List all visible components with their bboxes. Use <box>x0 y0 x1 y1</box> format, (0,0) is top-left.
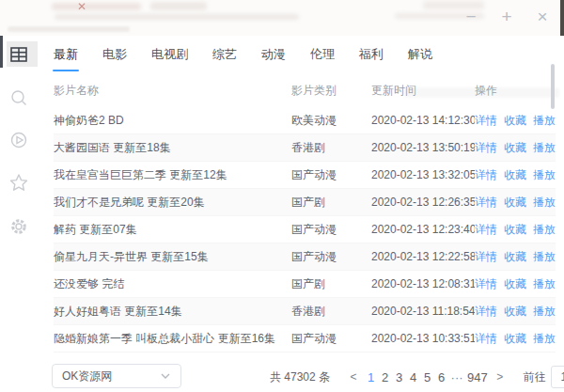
sidebar <box>0 36 38 392</box>
column-header-title: 影片名称 <box>54 83 291 99</box>
background-artifact <box>52 3 141 10</box>
detail-link[interactable]: 详情 <box>475 332 497 345</box>
column-header-actions: 操作 <box>475 83 556 99</box>
tab-commentary[interactable]: 解说 <box>408 46 432 63</box>
prev-page-icon[interactable]: < <box>347 370 360 384</box>
movie-title: 神偷奶爸2 BD <box>54 113 291 129</box>
source-select[interactable]: OK资源网 <box>52 364 181 388</box>
detail-link[interactable]: 详情 <box>475 141 497 154</box>
movie-title: 我在皇宫当巨巨第二季 更新至12集 <box>54 167 291 183</box>
tab-movies[interactable]: 电影 <box>102 46 127 63</box>
favorite-link[interactable]: 收藏 <box>504 332 526 345</box>
close-icon[interactable]: × <box>534 6 551 28</box>
page-number-6[interactable]: 6 <box>436 370 446 384</box>
favorite-link[interactable]: 收藏 <box>504 250 526 263</box>
sidebar-item-playing[interactable] <box>0 127 38 153</box>
video-library-icon <box>9 46 28 63</box>
window-controls: − + × <box>462 6 551 28</box>
background-artifact <box>8 26 130 32</box>
movie-category: 国产剧 <box>291 276 371 292</box>
tab-ethics[interactable]: 伦理 <box>310 46 335 63</box>
movie-category: 欧美动漫 <box>291 113 371 129</box>
star-icon <box>8 173 29 193</box>
page-number-5[interactable]: 5 <box>422 370 432 384</box>
page-number-947[interactable]: 947 <box>467 370 488 384</box>
table-row[interactable]: 偷星九月天-异世界 更新至15集 国产动漫 2020-02-13 12:22:5… <box>54 243 556 271</box>
play-link[interactable]: 播放 <box>533 141 556 154</box>
app-window: 最新 电影 电视剧 综艺 动漫 伦理 福利 解说 影片名称 影片类别 更新时间 … <box>0 36 564 392</box>
detail-link[interactable]: 详情 <box>475 305 497 318</box>
detail-link[interactable]: 详情 <box>475 114 497 127</box>
table-row[interactable]: 好人好姐粤语 更新至14集 香港剧 2020-02-13 11:18:54 详情… <box>54 298 556 325</box>
background-artifact <box>150 2 207 10</box>
minimize-icon[interactable]: − <box>462 6 479 28</box>
favorite-link[interactable]: 收藏 <box>504 196 526 209</box>
movie-updated: 2020-02-13 10:33:51 <box>371 332 475 345</box>
movie-title: 解药 更新至07集 <box>54 222 291 238</box>
chevron-down-icon <box>160 372 171 380</box>
play-link[interactable]: 播放 <box>533 223 556 236</box>
play-link[interactable]: 播放 <box>533 168 556 181</box>
background-page-edge <box>560 0 564 39</box>
detail-link[interactable]: 详情 <box>475 250 497 263</box>
sidebar-item-settings[interactable] <box>0 213 38 240</box>
table-row[interactable]: 神偷奶爸2 BD 欧美动漫 2020-02-13 14:12:30 详情收藏播放 <box>54 107 556 134</box>
favorite-link[interactable]: 收藏 <box>504 114 526 127</box>
detail-link[interactable]: 详情 <box>475 277 497 290</box>
detail-link[interactable]: 详情 <box>475 196 497 209</box>
table-row[interactable]: 还没爱够 完结 国产剧 2020-02-13 12:08:31 详情收藏播放 <box>54 271 556 298</box>
sidebar-item-favorites[interactable] <box>0 169 38 196</box>
movie-category: 国产动漫 <box>291 222 371 238</box>
play-link[interactable]: 播放 <box>533 250 556 263</box>
movie-title: 大酱园国语 更新至18集 <box>54 140 291 156</box>
detail-link[interactable]: 详情 <box>475 168 497 181</box>
source-select-value: OK资源网 <box>62 368 112 384</box>
favorite-link[interactable]: 收藏 <box>504 305 526 318</box>
tab-anime[interactable]: 动漫 <box>261 46 286 63</box>
page-number-1[interactable]: 1 <box>366 370 376 384</box>
movie-updated: 2020-02-13 12:23:40 <box>371 223 475 236</box>
play-link[interactable]: 播放 <box>533 332 556 345</box>
goto-page-label: 前往 <box>524 369 546 385</box>
play-link[interactable]: 播放 <box>533 305 556 318</box>
sidebar-item-search[interactable] <box>0 85 38 111</box>
scrollbar-thumb[interactable] <box>551 64 555 109</box>
tab-welfare[interactable]: 福利 <box>359 46 384 63</box>
table-row[interactable]: 大酱园国语 更新至18集 香港剧 2020-02-13 13:50:19 详情收… <box>54 134 556 162</box>
column-header-category: 影片类别 <box>291 83 371 99</box>
tab-latest[interactable]: 最新 <box>54 46 78 63</box>
page-number-2[interactable]: 2 <box>380 370 390 384</box>
main-content: 最新 电影 电视剧 综艺 动漫 伦理 福利 解说 影片名称 影片类别 更新时间 … <box>38 36 564 392</box>
next-page-icon[interactable]: > <box>494 370 507 384</box>
movie-title: 偷星九月天-异世界 更新至15集 <box>54 249 291 265</box>
background-artifact <box>55 14 299 20</box>
sidebar-item-video-library[interactable] <box>0 41 38 68</box>
maximize-icon[interactable]: + <box>498 6 515 28</box>
pagination: 共 47302 条 < 1 2 3 4 5 6 ··· 947 > 前往 页 <box>270 365 564 389</box>
detail-link[interactable]: 详情 <box>475 223 497 236</box>
table-row[interactable]: 我们才不是兄弟呢 更新至20集 国产剧 2020-02-13 12:26:35 … <box>54 189 556 216</box>
table-row[interactable]: 隐婚新娘第一季 叫板总裁小甜心 更新至16集 国产动漫 2020-02-13 1… <box>54 325 556 353</box>
tab-variety[interactable]: 综艺 <box>212 46 237 63</box>
play-link[interactable]: 播放 <box>533 196 556 209</box>
favorite-link[interactable]: 收藏 <box>504 277 526 290</box>
favorite-link[interactable]: 收藏 <box>504 223 526 236</box>
page-number-3[interactable]: 3 <box>394 370 404 384</box>
pagination-ellipsis: ··· <box>450 370 463 384</box>
movie-category: 国产动漫 <box>291 331 371 347</box>
favorite-link[interactable]: 收藏 <box>504 141 526 154</box>
favorite-link[interactable]: 收藏 <box>504 168 526 181</box>
goto-page-input[interactable] <box>551 366 564 388</box>
play-link[interactable]: 播放 <box>533 277 556 290</box>
movie-category: 香港剧 <box>291 140 371 156</box>
tab-tv-series[interactable]: 电视剧 <box>151 46 188 63</box>
play-link[interactable]: 播放 <box>533 114 556 127</box>
table-row[interactable]: 解药 更新至07集 国产动漫 2020-02-13 12:23:40 详情收藏播… <box>54 216 556 243</box>
page-number-4[interactable]: 4 <box>408 370 418 384</box>
movie-title: 还没爱够 完结 <box>54 276 291 292</box>
table-row[interactable]: 我在皇宫当巨巨第二季 更新至12集 国产动漫 2020-02-13 13:32:… <box>54 162 556 189</box>
movie-updated: 2020-02-13 13:32:05 <box>371 168 475 181</box>
column-header-updated: 更新时间 <box>371 83 475 99</box>
table-header: 影片名称 影片类别 更新时间 操作 <box>54 73 556 107</box>
total-count: 共 47302 条 <box>270 369 330 385</box>
